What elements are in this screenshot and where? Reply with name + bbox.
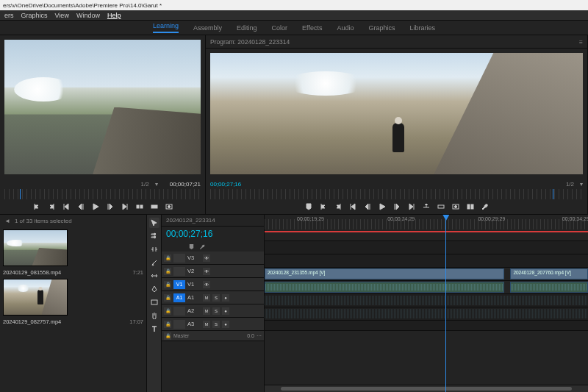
audio-lane-a2[interactable] — [265, 294, 588, 307]
track-output-toggle[interactable]: 👁 — [203, 281, 210, 288]
timeline-tracks-area[interactable]: 00;00;19;29 00;00;24;29 00;00;29;29 00;0… — [265, 215, 588, 392]
export-frame-button[interactable] — [451, 202, 461, 212]
menu-item[interactable]: ers — [4, 12, 14, 19]
workspace-tab-editing[interactable]: Editing — [237, 24, 257, 32]
add-marker-button[interactable] — [304, 202, 314, 212]
menu-item[interactable]: View — [55, 12, 69, 19]
program-playhead[interactable] — [553, 189, 553, 199]
program-zoom[interactable]: 1/2 — [566, 181, 574, 188]
lock-toggle[interactable]: 🔒 — [164, 307, 171, 315]
solo-toggle[interactable]: S — [212, 307, 220, 315]
mark-in-button[interactable] — [32, 202, 42, 212]
source-monitor[interactable] — [4, 40, 201, 174]
workspace-tab-libraries[interactable]: Libraries — [409, 24, 435, 32]
timeline-ruler[interactable]: 00;00;19;29 00;00;24;29 00;00;29;29 00;0… — [265, 215, 588, 241]
step-fwd-button[interactable] — [105, 202, 115, 212]
overwrite-button[interactable] — [149, 202, 159, 212]
source-zoom[interactable]: 1/2 — [141, 181, 149, 188]
panel-menu-icon[interactable]: ≡ — [579, 38, 583, 46]
audio-lane-a3[interactable] — [265, 307, 588, 321]
program-tab[interactable]: Program: 20240128_223314 — [210, 38, 290, 46]
source-playhead[interactable] — [20, 189, 21, 199]
video-lane-v1[interactable]: 20240128_231355.mp4 [V] 20240128_207760.… — [265, 268, 588, 281]
pen-tool[interactable] — [149, 284, 159, 294]
step-back-button[interactable] — [362, 202, 373, 212]
zoom-handle[interactable] — [281, 387, 572, 391]
solo-toggle[interactable]: S — [212, 294, 220, 302]
menu-item-help[interactable]: Help — [107, 12, 121, 19]
lift-button[interactable] — [421, 202, 431, 212]
selection-tool[interactable] — [149, 218, 159, 228]
razor-tool[interactable] — [149, 257, 159, 268]
go-to-out-button[interactable] — [406, 202, 417, 212]
video-track-header[interactable]: 🔒 V2 👁 — [162, 265, 264, 278]
timeline-playhead-tc[interactable]: 00;00;27;16 — [166, 229, 212, 239]
expand-icon[interactable]: ⋯ — [257, 333, 262, 339]
workspace-tab-graphics[interactable]: Graphics — [368, 24, 395, 32]
voice-over-toggle[interactable]: ● — [222, 321, 229, 328]
track-source-patch[interactable] — [173, 320, 185, 329]
sequence-name[interactable]: 20240128_223314 — [166, 217, 215, 224]
track-source-patch[interactable] — [173, 254, 185, 263]
lock-toggle[interactable]: 🔒 — [164, 294, 171, 302]
extract-button[interactable] — [436, 202, 446, 212]
lock-toggle[interactable]: 🔒 — [164, 332, 171, 340]
rectangle-tool[interactable] — [149, 297, 159, 307]
timeline-clip[interactable]: 20240128_207760.mp4 [V] — [510, 268, 588, 279]
timeline-display-options[interactable] — [162, 241, 264, 252]
step-back-button[interactable] — [76, 202, 86, 212]
master-lane[interactable] — [265, 321, 588, 331]
audio-track-header[interactable]: 🔒 A1 A1 M S ● — [162, 291, 264, 304]
insert-button[interactable] — [135, 202, 145, 212]
type-tool[interactable] — [149, 324, 159, 334]
voice-over-toggle[interactable]: ● — [222, 307, 229, 315]
workspace-tab-assembly[interactable]: Assembly — [193, 24, 222, 32]
track-source-patch[interactable] — [173, 267, 185, 276]
video-track-header[interactable]: 🔒 V3 👁 — [162, 252, 264, 265]
go-to-out-button[interactable] — [120, 202, 130, 212]
workspace-tab-learning[interactable]: Learning — [153, 22, 179, 33]
play-button[interactable] — [90, 202, 101, 212]
master-track-header[interactable]: 🔒 Master 0.0 ⋯ — [162, 331, 264, 341]
solo-toggle[interactable]: S — [212, 321, 220, 328]
timeline-audio-clip[interactable] — [510, 282, 588, 293]
audio-lane-a1[interactable] — [265, 281, 588, 294]
mute-toggle[interactable]: M — [203, 321, 210, 328]
program-monitor[interactable] — [210, 53, 583, 174]
video-track-header[interactable]: 🔒 V1 V1 👁 — [162, 278, 264, 291]
audio-track-header[interactable]: 🔒 A3 M S ● — [162, 318, 264, 331]
mark-out-button[interactable] — [46, 202, 57, 212]
step-fwd-button[interactable] — [392, 202, 402, 212]
mute-toggle[interactable]: M — [203, 294, 210, 302]
lock-toggle[interactable]: 🔒 — [164, 268, 171, 275]
workspace-tabs[interactable]: Learning Assembly Editing Color Effects … — [0, 21, 588, 35]
track-output-toggle[interactable]: 👁 — [203, 268, 210, 275]
timeline-zoom-scrollbar[interactable] — [265, 385, 588, 392]
ripple-edit-tool[interactable] — [149, 244, 159, 254]
lock-toggle[interactable]: 🔒 — [164, 254, 171, 262]
settings-button[interactable] — [480, 202, 490, 212]
project-clip-item[interactable] — [3, 229, 143, 266]
track-source-patch[interactable]: V1 — [173, 280, 185, 289]
lock-toggle[interactable]: 🔒 — [164, 321, 171, 328]
track-source-patch[interactable] — [173, 307, 185, 316]
audio-track-header[interactable]: 🔒 A2 M S ● — [162, 304, 264, 318]
mark-in-button[interactable] — [318, 202, 329, 212]
program-timecode[interactable]: 00;00;27;16 — [210, 181, 241, 188]
source-time-ruler[interactable] — [4, 189, 201, 199]
source-timecode-right[interactable]: 00;00;07;21 — [170, 181, 201, 188]
video-lane-v2[interactable] — [265, 254, 588, 268]
clip-thumbnail[interactable] — [3, 229, 68, 266]
comparison-button[interactable] — [465, 202, 476, 212]
master-value[interactable]: 0.0 — [247, 333, 254, 338]
track-select-tool[interactable] — [149, 231, 159, 241]
timeline-playhead[interactable] — [445, 215, 446, 392]
go-to-in-button[interactable] — [61, 202, 71, 212]
menu-bar[interactable]: ers Graphics View Window Help — [0, 10, 588, 21]
go-to-in-button[interactable] — [348, 202, 358, 212]
workspace-tab-effects[interactable]: Effects — [302, 24, 322, 32]
menu-item[interactable]: Window — [76, 12, 100, 19]
hand-tool[interactable] — [149, 310, 159, 321]
mute-toggle[interactable]: M — [203, 307, 210, 315]
track-output-toggle[interactable]: 👁 — [203, 254, 210, 262]
